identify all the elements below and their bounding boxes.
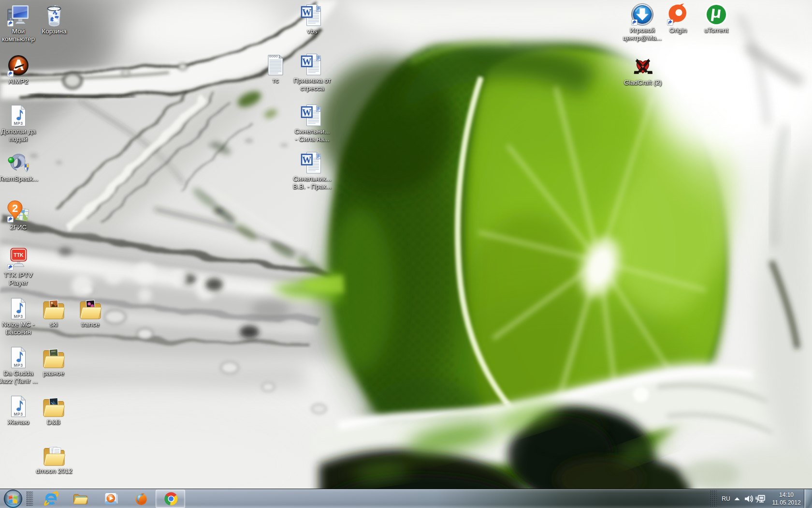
svg-text:WMV: WMV xyxy=(51,350,56,353)
